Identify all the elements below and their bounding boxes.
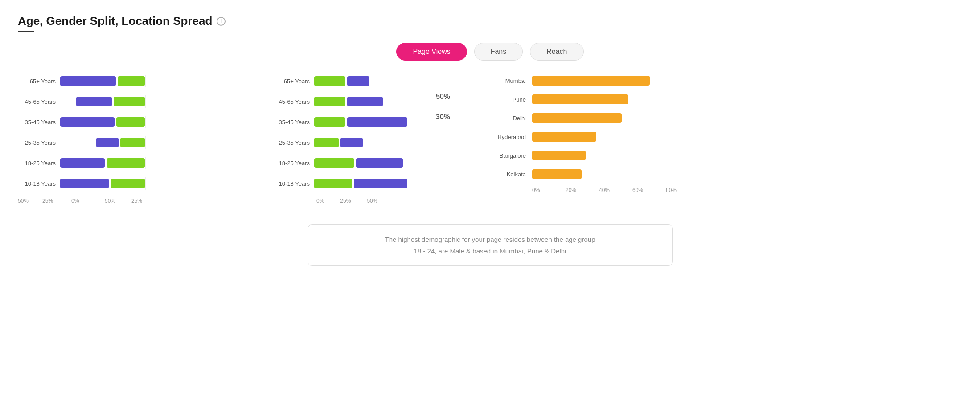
right-age-labels: 65+ Years45-65 Years35-45 Years25-35 Yea… bbox=[267, 75, 407, 204]
female-bar-left bbox=[107, 158, 145, 168]
female-pct: 30% bbox=[436, 113, 450, 121]
right-bar-row: 45-65 Years bbox=[276, 95, 407, 108]
city-label: Pune bbox=[492, 96, 532, 103]
bar-row: 18-25 Years bbox=[18, 157, 258, 169]
city-x-axis-label: 80% bbox=[666, 187, 699, 193]
age-label: 18-25 Years bbox=[18, 160, 60, 167]
city-row: Hyderabad bbox=[492, 131, 962, 143]
male-bar-right bbox=[356, 158, 403, 168]
female-bar-right bbox=[314, 117, 345, 127]
city-bar bbox=[532, 113, 622, 123]
bar-row: 25-35 Years bbox=[18, 136, 258, 149]
tab-page-views[interactable]: Page Views bbox=[396, 43, 467, 61]
city-row: Bangalore bbox=[492, 150, 962, 161]
center-axis bbox=[145, 177, 146, 190]
female-bar-right bbox=[314, 138, 339, 147]
x-axis-label: 0% bbox=[71, 198, 79, 204]
bar-row: 35-45 Years bbox=[18, 116, 258, 128]
city-chart: MumbaiPuneDelhiHyderabadBangaloreKolkata… bbox=[479, 75, 962, 193]
male-bar bbox=[76, 97, 112, 106]
female-bar-left bbox=[116, 117, 145, 127]
city-bar bbox=[532, 169, 582, 179]
left-bars bbox=[60, 158, 145, 168]
x-axis-label: 50% bbox=[367, 198, 377, 204]
charts-area: 65+ Years45-65 Years35-45 Years25-35 Yea… bbox=[18, 75, 962, 207]
male-bar bbox=[60, 179, 109, 188]
center-axis bbox=[145, 157, 146, 169]
x-axis-label: 25% bbox=[340, 198, 351, 204]
x-axis-label: 50% bbox=[105, 198, 115, 204]
city-x-axis-label: 20% bbox=[566, 187, 599, 193]
city-bar bbox=[532, 132, 596, 142]
age-label: 10-18 Years bbox=[18, 180, 60, 187]
city-label: Mumbai bbox=[492, 77, 532, 84]
age-label: 65+ Years bbox=[18, 78, 60, 85]
tabs-row: Page ViewsFansReach bbox=[18, 43, 962, 61]
city-x-axis-label: 0% bbox=[532, 187, 566, 193]
male-bar bbox=[60, 117, 115, 127]
male-bar bbox=[96, 138, 119, 147]
city-label: Hyderabad bbox=[492, 134, 532, 140]
left-bars bbox=[60, 138, 145, 147]
center-axis bbox=[145, 75, 146, 87]
female-bar-right bbox=[314, 97, 345, 106]
tab-reach[interactable]: Reach bbox=[530, 43, 583, 61]
tab-fans[interactable]: Fans bbox=[474, 43, 523, 61]
city-label: Delhi bbox=[492, 115, 532, 122]
age-label-right: 18-25 Years bbox=[276, 160, 314, 167]
left-bars bbox=[60, 97, 145, 106]
age-label: 35-45 Years bbox=[18, 119, 60, 126]
center-axis bbox=[145, 116, 146, 128]
x-axis-label: 25% bbox=[42, 198, 53, 204]
age-label: 45-65 Years bbox=[18, 98, 60, 105]
x-axis-label: 25% bbox=[131, 198, 142, 204]
x-axis-right: 0%25%50% bbox=[276, 198, 407, 204]
female-bar-left bbox=[114, 97, 145, 106]
center-axis bbox=[145, 136, 146, 149]
right-bar-row: 18-25 Years bbox=[276, 157, 407, 169]
city-row: Kolkata bbox=[492, 168, 962, 180]
info-icon[interactable]: i bbox=[217, 17, 226, 26]
right-bar-row: 25-35 Years bbox=[276, 136, 407, 149]
city-x-axis: 0%20%40%60%80% bbox=[492, 187, 962, 193]
bar-row: 65+ Years bbox=[18, 75, 258, 87]
female-bar-right bbox=[314, 158, 354, 168]
male-bar-right bbox=[347, 117, 407, 127]
footer-note: The highest demographic for your page re… bbox=[308, 224, 673, 266]
age-gender-chart: 65+ Years45-65 Years35-45 Years25-35 Yea… bbox=[18, 75, 267, 207]
female-bar-left bbox=[111, 179, 145, 188]
title-underline bbox=[18, 31, 34, 32]
butterfly-chart: 65+ Years45-65 Years35-45 Years25-35 Yea… bbox=[18, 75, 258, 207]
city-row: Delhi bbox=[492, 112, 962, 124]
footer-line1: The highest demographic for your page re… bbox=[385, 236, 595, 243]
city-row: Mumbai bbox=[492, 75, 962, 86]
bar-row: 45-65 Years bbox=[18, 95, 258, 108]
male-pct: 50% bbox=[436, 93, 450, 101]
age-label-right: 45-65 Years bbox=[276, 98, 314, 105]
male-bar bbox=[60, 158, 105, 168]
female-bar-left bbox=[118, 76, 145, 86]
city-label: Bangalore bbox=[492, 152, 532, 159]
male-bar-right bbox=[347, 76, 369, 86]
gender-section: 50% 30% bbox=[407, 75, 479, 129]
right-bar-row: 10-18 Years bbox=[276, 177, 407, 190]
age-label-right: 35-45 Years bbox=[276, 119, 314, 126]
male-bar bbox=[60, 76, 116, 86]
right-bar-row: 35-45 Years bbox=[276, 116, 407, 128]
male-bar-right bbox=[340, 138, 363, 147]
female-bar-right bbox=[314, 179, 352, 188]
city-row: Pune bbox=[492, 94, 962, 105]
page-title: Age, Gender Split, Location Spread i bbox=[18, 14, 962, 28]
right-bar-row: 65+ Years bbox=[276, 75, 407, 87]
left-bars bbox=[60, 117, 145, 127]
city-x-axis-label: 60% bbox=[632, 187, 666, 193]
age-label-right: 25-35 Years bbox=[276, 139, 314, 146]
left-bars bbox=[60, 179, 145, 188]
city-bar bbox=[532, 76, 650, 86]
male-bar-right bbox=[354, 179, 407, 188]
age-label-right: 10-18 Years bbox=[276, 180, 314, 187]
age-label-right: 65+ Years bbox=[276, 78, 314, 85]
footer-line2: 18 - 24, are Male & based in Mumbai, Pun… bbox=[414, 247, 566, 255]
left-bars bbox=[60, 76, 145, 86]
center-axis bbox=[145, 95, 146, 108]
